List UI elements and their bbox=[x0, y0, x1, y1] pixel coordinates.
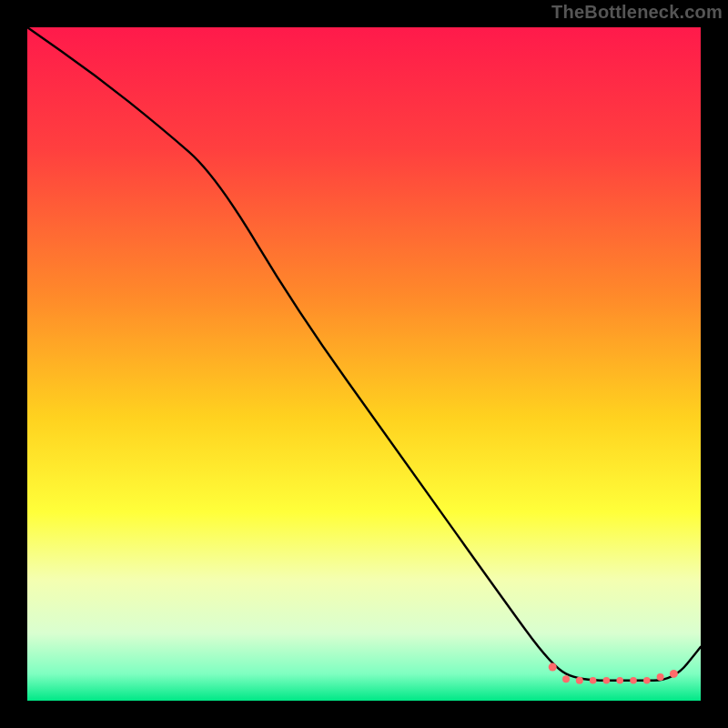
marker-dot bbox=[616, 677, 623, 684]
chart-frame: TheBottleneck.com bbox=[0, 0, 728, 728]
chart-svg bbox=[27, 27, 701, 701]
marker-dot bbox=[670, 670, 678, 678]
gradient-background bbox=[27, 27, 701, 701]
marker-dot bbox=[657, 673, 664, 681]
marker-dot bbox=[643, 677, 651, 684]
marker-dot bbox=[576, 677, 583, 684]
marker-dot bbox=[590, 677, 597, 684]
marker-dot bbox=[562, 675, 570, 682]
plot-area bbox=[27, 27, 701, 701]
marker-dot bbox=[630, 677, 637, 684]
marker-dot bbox=[603, 677, 611, 684]
marker-dot bbox=[549, 663, 557, 672]
watermark-text: TheBottleneck.com bbox=[551, 2, 723, 23]
